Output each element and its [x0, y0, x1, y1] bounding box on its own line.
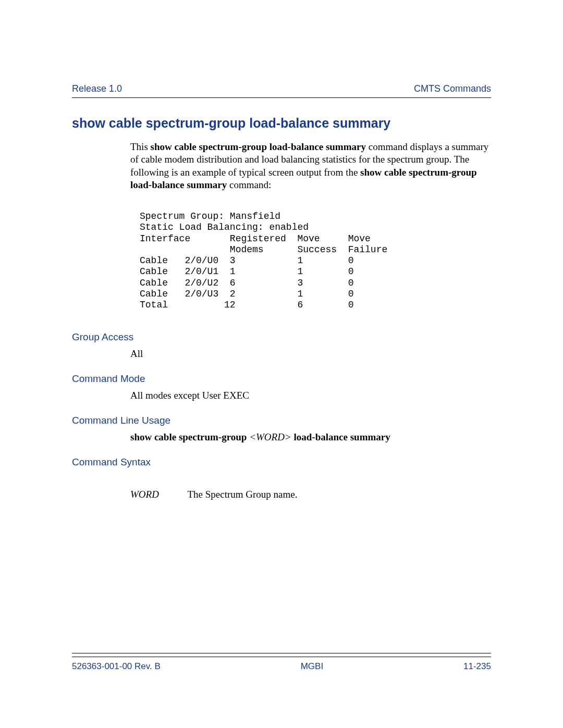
section-command-syntax: Command Syntax [72, 456, 491, 468]
usage-suffix: load-balance summary [291, 431, 390, 442]
footer-right: 11-235 [463, 661, 491, 672]
page: Release 1.0 CMTS Commands show cable spe… [0, 0, 563, 728]
usage-gt: > [285, 431, 291, 442]
intro-paragraph: This show cable spectrum-group load-bala… [130, 141, 491, 191]
section-group-access: Group Access [72, 331, 491, 343]
intro-text-a: This [130, 141, 151, 152]
command-mode-value: All modes except User EXEC [130, 390, 491, 401]
footer-rule-2 [72, 657, 491, 657]
section-command-line-usage: Command Line Usage [72, 415, 491, 426]
command-line-usage-value: show cable spectrum-group <WORD> load-ba… [130, 431, 491, 443]
usage-prefix: show cable spectrum-group [130, 431, 249, 442]
footer-row: 526363-001-00 Rev. B MGBI 11-235 [72, 661, 491, 672]
header-left: Release 1.0 [72, 83, 122, 94]
footer-rule-1 [72, 653, 491, 656]
page-footer: 526363-001-00 Rev. B MGBI 11-235 [72, 653, 491, 672]
intro-bold-1: show cable spectrum-group load-balance s… [151, 141, 366, 152]
footer-center: MGBI [301, 661, 323, 672]
usage-word: WORD [256, 431, 285, 442]
syntax-row: WORD The Spectrum Group name. [130, 489, 491, 500]
group-access-value: All [130, 348, 491, 360]
syntax-desc: The Spectrum Group name. [187, 489, 297, 500]
syntax-term: WORD [130, 489, 185, 500]
header-right: CMTS Commands [414, 83, 491, 94]
footer-left: 526363-001-00 Rev. B [72, 661, 161, 672]
intro-text-e: command: [227, 179, 271, 190]
terminal-output: Spectrum Group: Mansfield Static Load Ba… [140, 211, 491, 311]
section-command-mode: Command Mode [72, 373, 491, 385]
page-title: show cable spectrum-group load-balance s… [72, 116, 491, 131]
usage-lt: < [249, 431, 256, 442]
page-header: Release 1.0 CMTS Commands [72, 83, 491, 98]
